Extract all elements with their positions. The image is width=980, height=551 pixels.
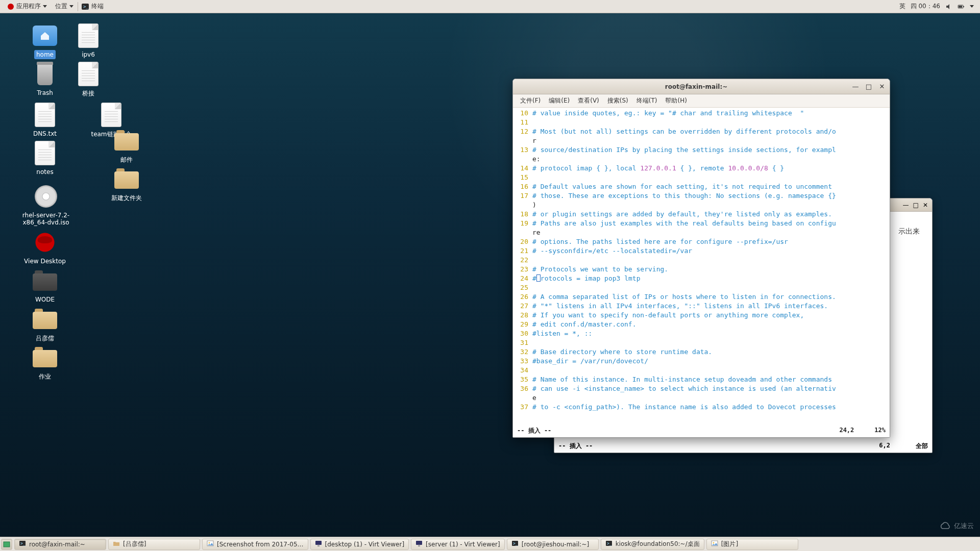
svg-rect-5 [959,6,962,8]
code-text: # Protocols we want to be serving. [532,265,668,274]
vim-percent: 12% [874,427,886,435]
code-text: # edit conf.d/master.conf. [532,320,636,329]
desktop-icon-newfolder[interactable]: 新建文件夹 [102,166,151,204]
image-icon [207,540,214,548]
taskbar-button[interactable]: >_root@faxin-mail:~ [14,539,106,550]
menu-file[interactable]: 文件(F) [516,96,545,105]
taskbar-button[interactable]: >_kiosk@foundation50:~/桌面 [601,539,704,550]
desktop-icon-lyr[interactable]: 吕彦儒 [20,307,69,344]
window-title: root@faxin-mail:~ [542,83,851,90]
code-text: # Base directory where to store runtime … [532,347,712,357]
code-line: 18# or plugin settings are added by defa… [515,210,888,219]
desktop-icon-label: 新建文件夹 [109,193,144,204]
svg-text:>_: >_ [83,4,89,9]
battery-icon[interactable] [958,3,965,10]
chevron-down-icon[interactable] [970,5,974,8]
desktop-icon-notes[interactable]: notes [20,141,69,177]
taskbar-button[interactable]: [吕彦儒] [108,539,200,550]
line-number [515,228,528,237]
window-titlebar[interactable]: root@faxin-mail:~ — □ ✕ [513,79,890,94]
line-number: 10 [515,109,528,118]
taskbar-label: [图片] [721,540,738,548]
places-menu[interactable]: 位置 [51,0,78,13]
close-button[interactable]: ✕ [923,202,928,209]
line-number: 31 [515,338,528,347]
minimize-button[interactable]: — [903,202,909,209]
line-number: 16 [515,182,528,191]
line-number: 21 [515,246,528,256]
top-panel: 应用程序 位置 >_ 终端 英 四 00：46 [0,0,980,13]
display-icon [415,540,423,548]
code-line: e [515,393,888,403]
line-number: 28 [515,311,528,320]
code-text: e: [532,155,541,164]
taskbar-show-desktop[interactable] [1,539,12,550]
code-line: 10# value inside quotes, eg.: key = "# c… [515,109,888,118]
line-number: 32 [515,347,528,357]
desktop-icon-label: home [34,50,56,59]
taskbar-button[interactable]: [server (1) - Virt Viewer] [411,539,505,550]
taskbar-button[interactable]: [desktop (1) - Virt Viewer] [310,539,409,550]
code-line: 22 [515,256,888,265]
trash-icon [34,62,56,86]
line-number [515,201,528,210]
terminal-content[interactable]: 10# value inside quotes, eg.: key = "# c… [513,108,890,425]
watermark-text: 亿速云 [954,521,974,531]
desktop-icon-wode[interactable]: WODE [20,268,69,304]
minimize-button[interactable]: — [851,82,860,91]
folder-icon [33,309,57,329]
line-number: 37 [515,403,528,412]
menu-edit[interactable]: 编辑(E) [545,96,574,105]
terminal-window[interactable]: root@faxin-mail:~ — □ ✕ 文件(F) 编辑(E) 查看(V… [512,79,890,438]
desktop-icon-bridge[interactable]: 桥接 [64,62,113,99]
code-line: 37# to -c <config_path>). The instance n… [515,403,888,412]
running-app-indicator[interactable]: >_ 终端 [78,2,107,11]
maximize-button[interactable]: □ [913,202,919,209]
svg-rect-14 [418,545,420,546]
watermark: 亿速云 [939,521,974,531]
line-number: 17 [515,191,528,201]
menu-help[interactable]: 帮助(H) [661,96,691,105]
line-number: 12 [515,127,528,136]
desktop-icon-label: 作业 [37,371,53,382]
line-number: 15 [515,173,528,182]
desktop-icon-mail[interactable]: 邮件 [102,128,151,165]
chevron-down-icon [43,5,47,8]
code-text: # can use -i <instance_name> to select w… [532,384,836,393]
menu-view[interactable]: 查看(V) [574,96,603,105]
desktop-icon-label: WODE [33,295,57,304]
code-text: # A comma separated list of IPs or hosts… [532,292,836,302]
taskbar-button[interactable]: >_[root@jieshou-mail:~] [507,539,599,550]
line-number: 30 [515,329,528,338]
taskbar-button[interactable]: [图片] [706,539,798,550]
menu-search[interactable]: 搜索(S) [603,96,632,105]
volume-icon[interactable] [945,3,952,10]
clock[interactable]: 四 00：46 [911,2,940,11]
code-line: r [515,136,888,145]
desktop-icon-dns[interactable]: DNS.txt [20,103,69,138]
vim-mode: -- 插入 -- [558,442,593,450]
folder-icon [33,347,57,367]
folder-icon [113,540,120,548]
line-number: 14 [515,164,528,173]
line-number: 26 [515,292,528,302]
terminal-icon: >_ [511,540,519,548]
code-text: #listen = *, :: [532,329,592,338]
desktop-icon-homework[interactable]: 作业 [20,345,69,382]
line-number [515,393,528,403]
input-method-indicator[interactable]: 英 [899,2,905,11]
close-button[interactable]: ✕ [877,82,887,91]
desktop-icon-iso[interactable]: rhel-server-7.2-x86_64-dvd.iso [15,184,77,227]
desktop-icon-trash[interactable]: Trash [20,62,69,97]
text-file-icon [35,141,55,165]
taskbar-button[interactable]: [Screenshot from 2017-05… [202,539,308,550]
cloud-icon [939,521,951,531]
desktop-icon-home[interactable]: home [20,23,69,59]
text-file-icon [101,103,121,127]
desktop-icon-viewdesktop[interactable]: View Desktop [20,230,69,266]
applications-menu[interactable]: 应用程序 [3,0,51,13]
maximize-button[interactable]: □ [864,82,873,91]
menu-terminal[interactable]: 终端(T) [632,96,662,105]
desktop-icon-ipv6[interactable]: ipv6 [64,23,113,59]
taskbar-label: [root@jieshou-mail:~] [522,541,589,548]
